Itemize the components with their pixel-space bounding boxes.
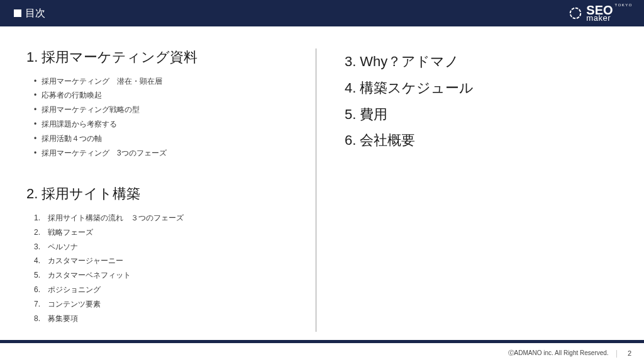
footer-separator-icon: │	[615, 350, 619, 357]
section2-title: 2. 採用サイト構築	[26, 185, 303, 203]
list-item: 採用マーケティング 潜在・顕在層	[34, 74, 303, 89]
list-item: 5.カスタマーベネフィット	[34, 268, 303, 283]
title-text: 目次	[25, 7, 45, 20]
toc-item: 5.費用	[345, 101, 625, 128]
list-item: 1.採用サイト構築の流れ ３つのフェーズ	[34, 211, 303, 225]
list-item: 採用マーケティング 3つのフェーズ	[34, 146, 303, 161]
list-item: 採用課題から考察する	[34, 117, 303, 132]
list-item: 採用活動４つの軸	[34, 132, 303, 146]
page-number: 2	[625, 349, 631, 357]
list-item: 4.カスタマージャーニー	[34, 254, 303, 268]
copyright-text: ⒸADMANO inc. All Right Reserved.	[508, 349, 609, 358]
list-item: 8.募集要項	[34, 312, 303, 326]
footer-divider	[0, 340, 644, 343]
toc-item: 3.Why？アドマノ	[345, 48, 625, 75]
list-item: 3.ペルソナ	[34, 240, 303, 254]
content-area: 1. 採用マーケティング資料 採用マーケティング 潜在・顕在層 応募者の行動喚起…	[0, 26, 644, 343]
brand-logo: SEO TOKYO maker	[569, 4, 633, 22]
list-item: 2.戦略フェーズ	[34, 225, 303, 240]
list-item: 採用マーケティング戦略の型	[34, 103, 303, 117]
logo-mark-icon	[569, 6, 582, 20]
section1-text: 採用マーケティング資料	[42, 49, 197, 65]
toc-item: 6.会社概要	[345, 127, 625, 154]
right-column: 3.Why？アドマノ 4.構築スケジュール 5.費用 6.会社概要	[316, 48, 625, 332]
logo-text-tokyo: TOKYO	[615, 3, 633, 7]
section2-num: 2.	[26, 186, 38, 201]
left-column: 1. 採用マーケティング資料 採用マーケティング 潜在・顕在層 応募者の行動喚起…	[26, 48, 316, 343]
svg-point-0	[570, 8, 581, 19]
list-item: 応募者の行動喚起	[34, 88, 303, 103]
section2-text: 採用サイト構築	[42, 186, 140, 201]
section1-list: 採用マーケティング 潜在・顕在層 応募者の行動喚起 採用マーケティング戦略の型 …	[26, 74, 303, 161]
section1-num: 1.	[26, 49, 38, 65]
list-item: 6.ポジショニング	[34, 283, 303, 297]
square-bullet-icon	[14, 9, 21, 17]
header-bar: 目次 SEO TOKYO maker	[0, 0, 644, 26]
page-title: 目次	[14, 7, 45, 20]
toc-item: 4.構築スケジュール	[345, 75, 625, 101]
section1-title: 1. 採用マーケティング資料	[26, 48, 303, 67]
list-item: 7.コンテンツ要素	[34, 297, 303, 312]
section2-list: 1.採用サイト構築の流れ ３つのフェーズ 2.戦略フェーズ 3.ペルソナ 4.カ…	[26, 211, 303, 325]
logo-text-maker: maker	[586, 14, 633, 22]
footer: ⒸADMANO inc. All Right Reserved. │ 2	[508, 349, 631, 358]
